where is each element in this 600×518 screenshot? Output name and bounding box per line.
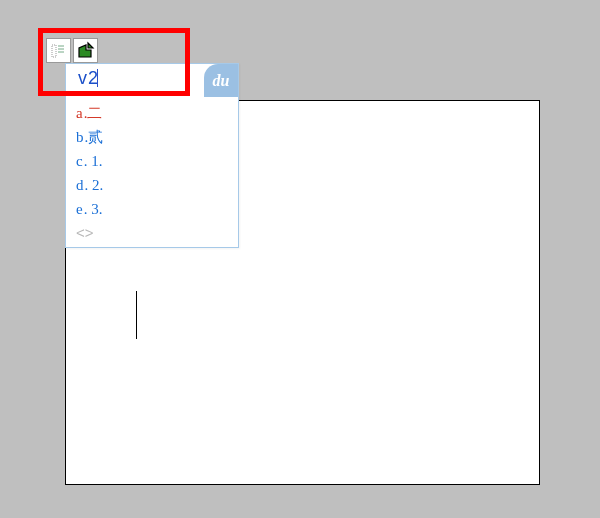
candidate-item[interactable]: a.二: [76, 101, 228, 125]
svg-rect-0: [52, 45, 56, 57]
top-icon-bar: [46, 38, 98, 63]
ime-input[interactable]: v2: [66, 64, 204, 97]
ime-candidate-list: a.二 b.贰 c. 1. d. 2. e. 3.: [66, 97, 238, 224]
candidate-text: 二: [87, 105, 102, 121]
merge-shape-icon: [75, 40, 97, 62]
candidate-key: e: [76, 201, 83, 217]
candidate-item[interactable]: c. 1.: [76, 149, 228, 173]
candidate-key: d: [76, 177, 84, 193]
candidate-item[interactable]: e. 3.: [76, 197, 228, 221]
ime-caret: [97, 69, 98, 87]
candidate-text: 3.: [91, 201, 102, 217]
icon-button-2[interactable]: [73, 38, 98, 63]
candidate-item[interactable]: d. 2.: [76, 173, 228, 197]
pager-prev[interactable]: <: [76, 224, 85, 241]
pager-next[interactable]: >: [85, 224, 94, 241]
candidate-text: 2.: [92, 177, 103, 193]
candidate-text: 贰: [88, 129, 103, 145]
ime-input-row: v2 du: [66, 64, 238, 97]
ime-logo: du: [204, 64, 238, 97]
ime-input-value: v2: [78, 68, 99, 88]
document-icon: [50, 42, 68, 60]
candidate-key: a: [76, 105, 83, 121]
candidate-text: 1.: [91, 153, 102, 169]
ime-pager: <>: [66, 224, 238, 247]
candidate-key: c: [76, 153, 83, 169]
ime-panel: v2 du a.二 b.贰 c. 1. d. 2. e. 3. <>: [65, 63, 239, 248]
candidate-key: b: [76, 129, 84, 145]
text-caret: [136, 291, 137, 339]
icon-button-1[interactable]: [46, 38, 71, 63]
candidate-item[interactable]: b.贰: [76, 125, 228, 149]
